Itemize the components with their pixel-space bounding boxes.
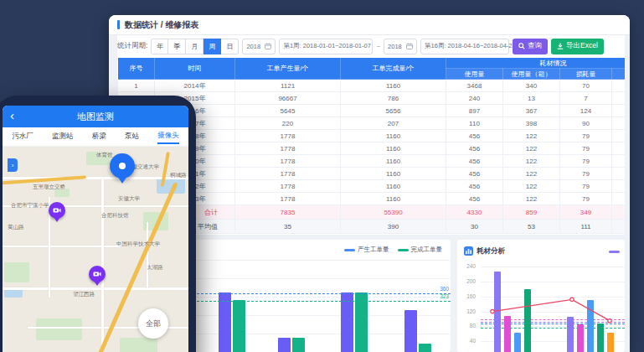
- table-cell: 1778: [235, 142, 341, 155]
- year-from-select[interactable]: 2018: [242, 39, 276, 54]
- phone-title: 地图监测: [77, 111, 114, 123]
- average-cell: 30: [446, 220, 503, 234]
- map-place-label: 望江西路: [73, 291, 95, 298]
- week-from-input[interactable]: 第1周: 2018-01-01~2018-01-07: [279, 39, 373, 54]
- table-cell: 1160: [341, 142, 446, 155]
- table-cell: 1778: [235, 155, 341, 168]
- consumable-bar[interactable]: [597, 324, 604, 352]
- chart-icon: [464, 244, 473, 259]
- bar-完成工单量[interactable]: [419, 344, 431, 352]
- average-cell: 390: [341, 220, 446, 234]
- table-cell: 3468: [446, 80, 503, 92]
- export-button-label: 导出Excel: [566, 41, 598, 51]
- table-head: 序号时间工单产生量/个工单完成量/个耗材情况使用量使用量（箱）损耗量金额: [118, 58, 626, 80]
- table-cell: 70: [560, 80, 612, 92]
- bar-完成工单量[interactable]: [233, 300, 245, 352]
- year-to-select[interactable]: 2018: [384, 39, 417, 54]
- camera-marker-icon[interactable]: [89, 266, 106, 282]
- map-place-label: 太湖路: [147, 264, 163, 272]
- camera-glyph: [93, 271, 101, 277]
- consumable-bar[interactable]: [524, 289, 531, 352]
- total-cell: 7835: [235, 205, 341, 220]
- consumable-bar[interactable]: [504, 316, 511, 352]
- column-header: 时间: [155, 58, 235, 80]
- table-row: 12014年11211160346834070250: [118, 80, 626, 92]
- chart-gridline: [481, 297, 625, 298]
- period-option-日[interactable]: 日: [221, 39, 239, 54]
- chart-gridline: [481, 267, 625, 267]
- legend-item[interactable]: 产生工单量: [344, 246, 389, 254]
- table-cell: 122: [503, 180, 560, 193]
- table-cell: 220: [235, 117, 341, 130]
- table-cell: 5645: [235, 105, 341, 117]
- calendar-icon: [265, 43, 271, 49]
- table-cell: 1778: [235, 130, 341, 142]
- week-from-value: 第1周: 2018-01-01~2018-01-07: [283, 42, 370, 50]
- filter-toolbar: 统计周期: 年季月周日 2018 第1周: 2018-01-01~2018-01…: [117, 35, 625, 57]
- location-pin-icon[interactable]: [110, 153, 135, 179]
- export-excel-button[interactable]: 导出Excel: [551, 39, 604, 54]
- table-cell: 1160: [341, 80, 446, 92]
- map-expand-button[interactable]: ›: [8, 158, 18, 172]
- map-all-button[interactable]: 全部: [138, 308, 168, 339]
- week-to-input[interactable]: 第16周: 2018-04-16~2018-04-22: [420, 39, 509, 54]
- bar-完成工单量[interactable]: [292, 338, 305, 352]
- y-axis-tick: 80: [457, 323, 476, 329]
- total-cell: 55390: [341, 205, 446, 220]
- map-road: [3, 287, 188, 290]
- phone-tab-泵站[interactable]: 泵站: [125, 130, 139, 143]
- period-option-周[interactable]: 周: [204, 39, 221, 54]
- total-cell: 859: [503, 205, 560, 220]
- phone-header: ‹ 地图监测: [3, 106, 188, 127]
- phone-tab-摄像头[interactable]: 摄像头: [157, 129, 179, 144]
- table-cell: 7: [560, 92, 612, 105]
- table-cell: 207: [341, 117, 446, 130]
- bar-产生工单量[interactable]: [404, 310, 417, 352]
- camera-marker-icon[interactable]: [49, 202, 65, 219]
- group-column-header: 耗材情况: [446, 58, 626, 69]
- period-option-季[interactable]: 季: [168, 39, 186, 54]
- table-cell: 122: [503, 142, 560, 155]
- range-separator: ~: [376, 43, 380, 50]
- table-cell: 897: [446, 105, 503, 117]
- consumable-bar[interactable]: [607, 333, 614, 352]
- consumable-bar[interactable]: [577, 324, 584, 352]
- week-to-value: 第16周: 2018-04-16~2018-04-22: [425, 42, 516, 50]
- consumable-bar[interactable]: [494, 272, 501, 352]
- table-cell: 456: [446, 193, 503, 205]
- table-cell: 456: [446, 142, 503, 155]
- table-cell: 79: [560, 168, 612, 180]
- period-option-月[interactable]: 月: [186, 39, 204, 54]
- search-button[interactable]: 查询: [513, 39, 548, 54]
- y-axis-tick: 40: [457, 338, 476, 344]
- table-cell: 79: [560, 180, 612, 193]
- legend-label: 完成工单量: [411, 246, 443, 254]
- table-cell: 1160: [341, 168, 446, 180]
- consumable-bar[interactable]: [567, 317, 574, 352]
- table-cell: 340: [503, 80, 560, 92]
- table-cell: 67: [612, 142, 626, 155]
- table-cell: 67: [612, 155, 626, 168]
- table-cell: 1: [118, 80, 155, 92]
- column-header: 工单完成量/个: [341, 58, 446, 80]
- phone-tab-污水厂[interactable]: 污水厂: [12, 130, 33, 143]
- phone-tab-桥梁[interactable]: 桥梁: [92, 130, 106, 143]
- consumable-bar[interactable]: [587, 300, 594, 352]
- bar-产生工单量[interactable]: [278, 338, 291, 352]
- consumable-bar[interactable]: [514, 333, 521, 352]
- chart-legend: 产生工单量完成工单量: [344, 246, 442, 254]
- table-cell: 398: [503, 117, 560, 130]
- map-place-label: 中国科学技术大学: [116, 241, 160, 248]
- table-cell: 1160: [341, 130, 446, 142]
- back-icon[interactable]: ‹: [10, 107, 14, 124]
- map-view[interactable]: › 全部 体育馆安徽交通大学桐城路五里墩立交桥安徽大学合肥市宁溪小学合肥科技馆黄…: [3, 147, 188, 352]
- phone-tab-监测站[interactable]: 监测站: [52, 130, 74, 143]
- total-cell: 334: [612, 205, 626, 220]
- total-cell: 4330: [446, 205, 503, 220]
- table-cell: 129: [612, 105, 626, 117]
- chevron-right-icon: ›: [12, 162, 14, 169]
- table-cell: 67: [612, 168, 626, 180]
- legend-swatch: [398, 249, 409, 251]
- legend-item[interactable]: 完成工单量: [398, 246, 443, 254]
- period-option-年[interactable]: 年: [151, 39, 168, 54]
